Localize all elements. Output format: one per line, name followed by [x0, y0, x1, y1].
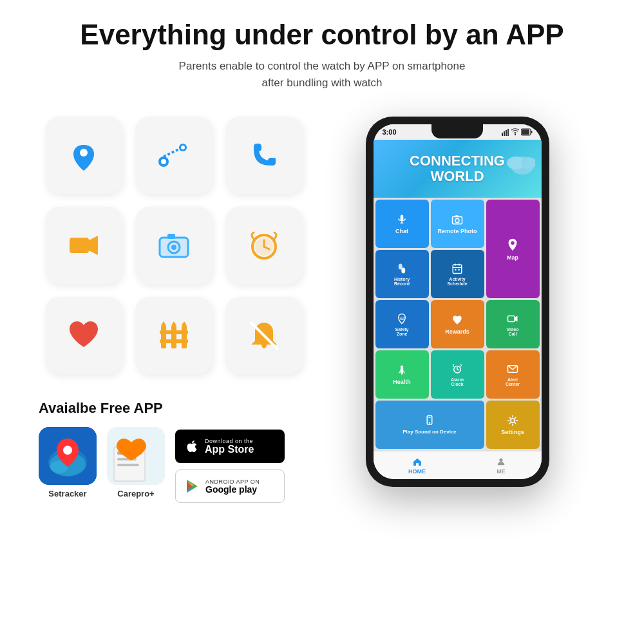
tile-rewards-label: Rewards: [445, 328, 469, 335]
svg-rect-41: [507, 129, 509, 136]
svg-rect-37: [117, 464, 139, 466]
setracker-logo-svg: [39, 427, 97, 485]
main-title: Everything under control by an APP: [26, 19, 618, 50]
tile-alert-center[interactable]: AlertCenter: [486, 350, 540, 399]
footsteps-tile-icon: [396, 263, 408, 274]
tile-activity[interactable]: ActivitySchedule: [431, 250, 484, 298]
tile-map-label: Map: [507, 254, 518, 261]
svg-line-5: [164, 147, 183, 156]
schedule-tile-icon: [451, 263, 463, 274]
svg-point-1: [80, 149, 88, 156]
tile-video-call-label: VideoCall: [507, 327, 519, 336]
icon-card-no-bell: [225, 297, 303, 374]
gear-tile-icon: [507, 415, 518, 426]
tile-activity-label: ActivitySchedule: [447, 277, 467, 286]
tile-map[interactable]: Map: [486, 200, 540, 298]
tile-alarm-clock[interactable]: AlarmClock: [431, 350, 484, 399]
svg-rect-54: [455, 215, 459, 217]
svg-rect-65: [508, 316, 515, 321]
tab-home[interactable]: HOME: [408, 457, 426, 475]
svg-rect-58: [453, 265, 462, 274]
camera-tile-icon: [451, 214, 463, 225]
tile-rewards[interactable]: Rewards: [431, 300, 484, 348]
location-icon: [64, 136, 103, 175]
svg-line-72: [457, 370, 459, 370]
icon-card-alarm: [225, 207, 303, 284]
app-logos-row: Setracker: [39, 427, 335, 503]
svg-point-77: [511, 419, 515, 422]
signal-icon: [502, 128, 509, 136]
svg-rect-62: [455, 269, 456, 270]
svg-point-55: [511, 241, 515, 245]
phone-mockup: 3:00: [366, 117, 549, 487]
map-tile-icon: [506, 238, 520, 252]
left-section: Avaialbe Free APP: [26, 117, 335, 503]
svg-rect-39: [504, 131, 505, 136]
tile-alert-center-label: AlertCenter: [506, 377, 520, 386]
heart-icon: [64, 316, 103, 355]
tile-settings[interactable]: Settings: [486, 401, 540, 449]
tab-me-label: ME: [497, 468, 506, 475]
tile-chat[interactable]: Chat: [375, 200, 429, 248]
phone-app-header: CONNECTING WORLD: [374, 140, 542, 198]
tile-history[interactable]: HistoryRecord: [375, 250, 429, 298]
svg-rect-38: [502, 133, 503, 136]
tab-home-label: HOME: [408, 468, 426, 475]
phone-time: 3:00: [383, 128, 397, 136]
tile-health[interactable]: Health: [375, 350, 429, 399]
heart-tile-icon: [451, 314, 463, 326]
tile-video-call[interactable]: VideoCall: [486, 300, 540, 348]
phone-bottom-bar: HOME ME: [374, 451, 542, 479]
content-area: Avaialbe Free APP: [26, 117, 618, 503]
app-store-button[interactable]: Download on the App Store: [175, 430, 285, 463]
tile-remote-photo[interactable]: Remote Photo: [431, 200, 484, 248]
page: Everything under control by an APP Paren…: [0, 0, 644, 644]
home-tab-icon: [412, 457, 422, 467]
health-tile-icon: [396, 365, 408, 376]
tile-remote-photo-label: Remote Photo: [437, 228, 477, 234]
icon-card-camera: [135, 207, 213, 284]
app-title: CONNECTING WORLD: [410, 153, 505, 184]
device-tile-icon: [424, 415, 435, 426]
tile-history-label: HistoryRecord: [394, 277, 410, 286]
me-tab-icon: [496, 457, 506, 467]
alarm-icon: [245, 226, 283, 265]
app-title-line2: WORLD: [410, 169, 505, 184]
mic-tile-icon: [396, 214, 408, 225]
svg-rect-20: [161, 325, 166, 348]
svg-rect-13: [167, 234, 175, 239]
email-tile-icon: [507, 363, 518, 375]
svg-rect-45: [531, 131, 532, 133]
tile-alarm-clock-label: AlarmClock: [451, 377, 464, 386]
right-section: 3:00: [348, 117, 567, 487]
app-store-big: App Store: [205, 444, 254, 455]
store-buttons: Download on the App Store: [175, 430, 285, 503]
status-icons: [502, 128, 533, 136]
available-title: Avaialbe Free APP: [39, 400, 335, 417]
svg-point-78: [499, 459, 502, 462]
svg-marker-23: [171, 321, 176, 325]
google-play-button[interactable]: ANDROID APP ON Google play: [175, 469, 285, 503]
phone-app-grid: Chat Remote Photo: [374, 198, 542, 451]
svg-point-56: [399, 263, 402, 269]
icon-card-video: [45, 207, 122, 284]
tile-safety-zone[interactable]: SF SafetyZone: [375, 300, 429, 348]
phone-notch: [431, 124, 483, 138]
carepro-app: Carepro+: [107, 427, 165, 498]
google-play-text: ANDROID APP ON Google play: [205, 478, 260, 494]
tile-play-sound[interactable]: Play Sound on Device: [375, 401, 484, 449]
svg-point-57: [401, 267, 405, 273]
route-icon: [155, 136, 193, 175]
alarm-tile-icon: [451, 363, 463, 375]
tab-me[interactable]: ME: [496, 457, 506, 475]
tile-chat-label: Chat: [395, 228, 408, 234]
svg-point-67: [401, 365, 404, 368]
tile-safety-label: SafetyZone: [395, 327, 408, 336]
svg-text:SF: SF: [400, 316, 405, 320]
setracker-app: Setracker: [39, 427, 97, 498]
subtitle: Parents enable to control the watch by A…: [26, 58, 618, 91]
camera-icon: [155, 226, 193, 265]
svg-marker-21: [161, 321, 166, 325]
app-title-line1: CONNECTING: [410, 153, 505, 169]
svg-rect-7: [70, 238, 89, 253]
